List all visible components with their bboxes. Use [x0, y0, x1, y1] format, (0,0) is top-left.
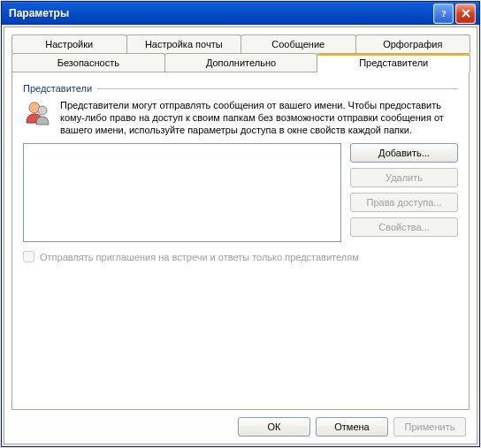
properties-button: Свойства...: [350, 217, 458, 237]
remove-button: Удалить: [350, 168, 458, 187]
intro-row: Представители могут отправлять сообщения…: [23, 99, 458, 136]
people-icon: [23, 99, 51, 127]
dialog-footer: ОК Отмена Применить: [11, 410, 470, 438]
checkbox-label: Отправлять приглашения на встречи и отве…: [40, 252, 359, 262]
cancel-button[interactable]: Отмена: [316, 417, 388, 437]
svg-text:?: ?: [441, 8, 447, 19]
close-icon: [462, 9, 470, 18]
window-title: Параметры: [9, 7, 69, 19]
close-button[interactable]: [455, 4, 476, 24]
tab-strip: Настройки Настройка почты Сообщение Орфо…: [11, 34, 470, 72]
add-button[interactable]: Добавить...: [350, 143, 458, 163]
group-separator: [97, 88, 458, 89]
intro-text: Представители могут отправлять сообщения…: [60, 99, 458, 136]
delegates-listbox[interactable]: [23, 143, 341, 242]
invites-checkbox: [23, 251, 34, 262]
group-header: Представители: [23, 83, 458, 94]
tab-settings[interactable]: Настройки: [11, 34, 127, 53]
tab-mail-setup[interactable]: Настройка почты: [126, 34, 242, 53]
client-area: Настройки Настройка почты Сообщение Орфо…: [4, 27, 477, 444]
tab-delegates[interactable]: Представители: [317, 53, 470, 72]
title-buttons: ?: [433, 4, 476, 24]
help-button[interactable]: ?: [433, 4, 454, 24]
mid-row: Добавить... Удалить Права доступа... Сво…: [23, 143, 458, 242]
button-column: Добавить... Удалить Права доступа... Сво…: [350, 143, 458, 237]
tab-other[interactable]: Дополнительно: [164, 53, 318, 72]
ok-button[interactable]: ОК: [238, 417, 310, 437]
tab-spelling[interactable]: Орфография: [355, 34, 471, 53]
svg-point-2: [38, 106, 47, 115]
tab-message[interactable]: Сообщение: [240, 34, 356, 53]
rights-button: Права доступа...: [350, 193, 458, 212]
delegates-icon: [23, 99, 51, 136]
group-title: Представители: [23, 83, 97, 94]
tab-security[interactable]: Безопасность: [11, 53, 165, 72]
titlebar: Параметры ?: [2, 2, 479, 25]
checkbox-row: Отправлять приглашения на встречи и отве…: [23, 251, 458, 262]
apply-button: Применить: [393, 417, 466, 437]
tab-page-delegates: Представители Представители могут отправ…: [11, 72, 470, 410]
help-icon: ?: [439, 8, 448, 19]
options-dialog: Параметры ? Настройки Настройка почты Со…: [1, 1, 480, 447]
